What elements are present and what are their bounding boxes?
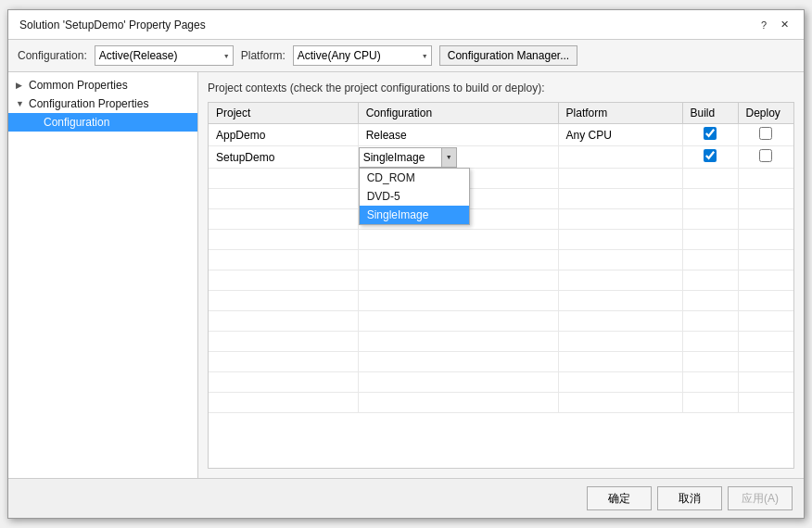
config-dropdown: CD_ROM DVD-5 SingleImage [359, 168, 470, 225]
title-bar: Solution 'SetupDemo' Property Pages ? ✕ [8, 10, 804, 40]
col-platform: Platform [558, 103, 682, 124]
toggle-icon: ▼ [16, 99, 29, 108]
platform-select-wrapper: Active(Any CPU) [293, 45, 432, 66]
table-row [209, 311, 793, 332]
table-row: SetupDemo SingleImage ▼ CD_ROM [209, 146, 793, 169]
col-build: Build [682, 103, 738, 124]
cell-configuration-dropdown: SingleImage ▼ CD_ROM DVD-5 SingleImage [358, 146, 558, 169]
deploy-checkbox[interactable] [759, 149, 772, 162]
dropdown-option-singleimage[interactable]: SingleImage [360, 206, 469, 224]
sidebar-item-configuration[interactable]: Configuration [8, 113, 197, 132]
cell-project: AppDemo [209, 124, 358, 146]
cell-project: SetupDemo [209, 146, 358, 169]
title-controls: ? ✕ [755, 17, 793, 33]
ok-button[interactable]: 确定 [587, 486, 652, 510]
cell-build [682, 146, 738, 169]
sidebar-item-label: Common Properties [29, 79, 128, 92]
footer: 确定 取消 应用(A) [8, 478, 804, 518]
sidebar-item-label: Configuration [44, 116, 109, 129]
col-configuration: Configuration [358, 103, 558, 124]
config-select[interactable]: Active(Release) [95, 45, 234, 66]
table-row [209, 372, 793, 393]
platform-select[interactable]: Active(Any CPU) [293, 45, 432, 66]
main-content: ▶ Common Properties ▼ Configuration Prop… [8, 72, 804, 478]
table-row [209, 189, 793, 209]
config-label: Configuration: [18, 49, 87, 62]
project-table: Project Configuration Platform Build Dep… [209, 103, 793, 413]
setup-dropdown-container: SingleImage ▼ CD_ROM DVD-5 SingleImage [359, 147, 457, 168]
build-checkbox[interactable] [704, 149, 717, 162]
platform-label: Platform: [241, 49, 285, 62]
cell-configuration: Release [358, 124, 558, 146]
cell-deploy [738, 124, 793, 146]
config-manager-button[interactable]: Configuration Manager... [439, 45, 577, 66]
config-select-wrapper: Active(Release) [95, 45, 234, 66]
inline-config: SingleImage ▼ [359, 147, 457, 168]
table-row [209, 352, 793, 372]
table-row [209, 169, 793, 189]
dropdown-option-dvd5[interactable]: DVD-5 [360, 187, 469, 206]
deploy-checkbox[interactable] [759, 127, 772, 140]
table-container: Project Configuration Platform Build Dep… [208, 102, 794, 469]
close-button[interactable]: ✕ [776, 17, 793, 33]
table-row: AppDemo Release Any CPU [209, 124, 793, 146]
col-project: Project [209, 103, 358, 124]
dialog: Solution 'SetupDemo' Property Pages ? ✕ … [7, 9, 805, 519]
table-row [209, 332, 793, 352]
dropdown-arrow-button[interactable]: ▼ [442, 147, 457, 168]
table-row [209, 270, 793, 291]
toggle-icon: ▶ [16, 81, 29, 90]
table-row [209, 209, 793, 230]
cell-platform [558, 146, 682, 169]
panel-description: Project contexts (check the project conf… [208, 82, 794, 94]
toggle-icon [31, 118, 44, 127]
dropdown-option-cdrom[interactable]: CD_ROM [360, 169, 469, 187]
table-row [209, 230, 793, 250]
right-panel: Project contexts (check the project conf… [198, 72, 804, 478]
sidebar-item-configuration-properties[interactable]: ▼ Configuration Properties [8, 94, 197, 113]
sidebar-item-common-properties[interactable]: ▶ Common Properties [8, 76, 197, 94]
cell-deploy [738, 146, 793, 169]
config-display: SingleImage [359, 147, 442, 168]
apply-button[interactable]: 应用(A) [728, 486, 793, 510]
cell-build [682, 124, 738, 146]
sidebar-item-label: Configuration Properties [29, 97, 148, 110]
table-header-row: Project Configuration Platform Build Dep… [209, 103, 793, 124]
build-checkbox[interactable] [704, 127, 717, 140]
dialog-title: Solution 'SetupDemo' Property Pages [19, 19, 206, 31]
toolbar: Configuration: Active(Release) Platform:… [8, 40, 804, 72]
sidebar: ▶ Common Properties ▼ Configuration Prop… [8, 72, 198, 478]
table-row [209, 291, 793, 311]
cell-platform: Any CPU [558, 124, 682, 146]
table-row [209, 393, 793, 413]
table-row [209, 250, 793, 270]
help-button[interactable]: ? [755, 17, 772, 33]
cancel-button[interactable]: 取消 [657, 486, 722, 510]
col-deploy: Deploy [738, 103, 793, 124]
